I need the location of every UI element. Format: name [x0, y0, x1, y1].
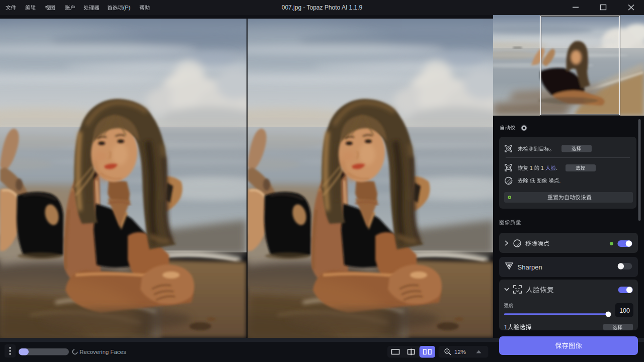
- svg-text:.: .: [556, 165, 557, 171]
- svg-text:12%: 12%: [454, 349, 466, 355]
- svg-text:007.jpg - Topaz Photo AI 1.1.9: 007.jpg - Topaz Photo AI 1.1.9: [282, 4, 363, 11]
- svg-text:1: 1: [504, 324, 508, 331]
- svg-text:.: .: [559, 177, 560, 184]
- svg-text:Sharpen: Sharpen: [518, 263, 542, 271]
- svg-text:1: 1: [541, 165, 544, 171]
- svg-text:(P): (P): [123, 5, 131, 11]
- svg-text:Recovering Faces: Recovering Faces: [79, 349, 126, 355]
- svg-text:100: 100: [619, 307, 630, 314]
- svg-text:1: 1: [530, 165, 533, 171]
